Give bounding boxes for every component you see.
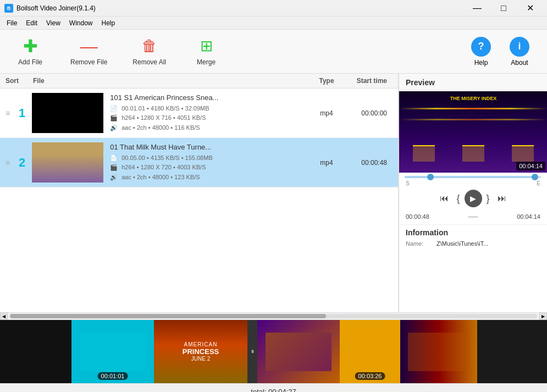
info-row: Name: Z\Music\iTunes\iT... <box>406 240 540 247</box>
doc-icon: 📄 <box>110 154 118 161</box>
scrollbar-area: ◀ ▶ <box>0 312 547 320</box>
about-icon: i <box>510 37 529 57</box>
app-title: Boilsoft Video Joiner(9.1.4) <box>16 4 96 12</box>
light-strip-1 <box>399 108 547 109</box>
file-meta-2a: 📄 00.05.00 • 4135 KB/S • 155.08MB <box>110 153 310 163</box>
minimize-button[interactable]: — <box>465 0 490 16</box>
remove-file-button[interactable]: — Remove File <box>66 35 112 68</box>
col-header-type: Type <box>310 77 343 85</box>
merge-button[interactable]: ⊞ Merge <box>187 35 225 68</box>
timeline-clip-black[interactable] <box>0 320 71 383</box>
thumb-person <box>32 142 103 183</box>
misery-index-text: THE MISERY INDEX <box>450 96 497 101</box>
podium-3 <box>512 145 534 162</box>
menu-file[interactable]: File <box>2 18 21 28</box>
file-list-header: Sort File Type Start time <box>0 74 398 89</box>
merge-icon: ⊞ <box>200 37 213 55</box>
table-row[interactable]: ≡ 2 01 That Milk Must Have Turne... 📄 00… <box>0 138 398 187</box>
menu-edit[interactable]: Edit <box>21 18 42 28</box>
current-time: 00:00:48 <box>406 213 429 220</box>
preview-video[interactable]: THE MISERY INDEX 00:04:14 <box>399 91 547 173</box>
col-header-time: Start time <box>343 77 393 85</box>
help-icon: ? <box>471 37 491 57</box>
file-start-time-1: 00:00:00 <box>343 109 393 117</box>
file-list-area: Sort File Type Start time ≡ 1 101 S1 Ame… <box>0 74 399 312</box>
close-button[interactable]: ✕ <box>517 0 543 16</box>
clip-time-gold: 00:03:26 <box>355 372 385 380</box>
file-name-1: 101 S1 American Princess Snea... <box>110 93 310 102</box>
podium-2 <box>462 145 484 162</box>
scrubber-end-thumb[interactable] <box>532 174 538 180</box>
file-info-1: 101 S1 American Princess Snea... 📄 00.01… <box>110 93 310 133</box>
audio-icon: 🔊 <box>110 124 118 131</box>
scrubber-area[interactable]: S E <box>399 173 547 187</box>
play-button[interactable]: ▶ <box>465 190 482 207</box>
preview-content: THE MISERY INDEX <box>399 91 547 173</box>
clip-time-cyan: 00:01:01 <box>98 372 128 380</box>
menu-help[interactable]: Help <box>97 18 120 28</box>
help-label: Help <box>474 59 488 67</box>
info-name-value: Z\Music\iTunes\iT... <box>437 240 488 247</box>
table-row[interactable]: ≡ 1 101 S1 American Princess Snea... 📄 0… <box>0 89 398 138</box>
time-separator: — <box>468 211 478 222</box>
drag-handle-icon: ≡ <box>5 158 10 167</box>
maximize-button[interactable]: □ <box>491 0 516 16</box>
transport-controls: ⏮ { ▶ } ⏭ <box>399 187 547 209</box>
remove-all-icon: 🗑 <box>142 37 157 55</box>
skip-forward-button[interactable]: ⏭ <box>494 191 510 206</box>
timeline-clip-game2[interactable] <box>400 320 477 383</box>
remove-all-button[interactable]: 🗑 Remove All <box>128 35 170 68</box>
file-meta-2b: 🎬 h264 • 1280 X 720 • 4003 KB/S <box>110 163 310 173</box>
preview-time-overlay: 00:04:14 <box>516 162 545 170</box>
merge-label: Merge <box>197 58 216 66</box>
skip-back-button[interactable]: ⏮ <box>437 191 452 206</box>
menu-window[interactable]: Window <box>65 18 97 28</box>
info-name-label: Name: <box>406 240 433 247</box>
col-header-file: File <box>33 77 310 85</box>
add-file-button[interactable]: ✚ Add File <box>11 35 49 68</box>
timeline-clip-gold[interactable]: 00:03:26 <box>340 320 400 383</box>
remove-file-icon: — <box>80 37 98 55</box>
mark-out-button[interactable]: } <box>487 193 490 205</box>
podium-area <box>399 145 547 162</box>
se-labels: S E <box>405 180 542 186</box>
scrollbar-right-arrow[interactable]: ▶ <box>539 312 547 320</box>
add-file-icon: ✚ <box>23 37 38 55</box>
main-content: Sort File Type Start time ≡ 1 101 S1 Ame… <box>0 74 547 312</box>
scrollbar-thumb[interactable] <box>10 314 326 318</box>
file-type-1: mp4 <box>310 109 343 117</box>
total-label: total: 00:04:27 <box>251 388 296 392</box>
video-icon: 🎬 <box>110 114 118 121</box>
timeline-clip-cyan[interactable]: 00:01:01 <box>71 320 154 383</box>
thumbnail-1 <box>32 93 103 133</box>
info-section: Information Name: Z\Music\iTunes\iT... <box>399 224 547 312</box>
about-label: About <box>511 59 528 67</box>
preview-title: Preview <box>399 74 547 91</box>
scrollbar-left-arrow[interactable]: ◀ <box>0 312 8 320</box>
podium-1 <box>413 145 435 162</box>
file-meta-2c: 🔊 aac • 2ch • 48000 • 123 KB/S <box>110 173 310 183</box>
toolbar-right: ? Help i About <box>465 35 536 69</box>
audio-icon: 🔊 <box>110 174 118 180</box>
timeline-clip-pause: ⏸ <box>247 320 257 383</box>
scrubber-track[interactable] <box>405 176 542 178</box>
timeline-clip-princess[interactable]: AMERICAN PRINCESS JUNE 2 <box>154 320 247 383</box>
app-icon: B <box>4 4 13 13</box>
file-info-2: 01 That Milk Must Have Turne... 📄 00.05.… <box>110 143 310 183</box>
thumbnail-2 <box>32 142 103 183</box>
light-strip-2 <box>399 119 547 120</box>
mark-in-button[interactable]: { <box>456 193 460 205</box>
preview-panel: Preview THE MISERY INDEX 00:04:14 <box>399 74 547 312</box>
timeline-clip-game1[interactable] <box>257 320 340 383</box>
doc-icon: 📄 <box>110 105 118 112</box>
about-button[interactable]: i About <box>503 35 536 69</box>
help-button[interactable]: ? Help <box>465 35 498 69</box>
info-title: Information <box>406 228 540 237</box>
menu-view[interactable]: View <box>42 18 65 28</box>
scrubber-start-thumb[interactable] <box>427 174 434 180</box>
menu-bar: File Edit View Window Help <box>0 16 547 30</box>
col-header-sort: Sort <box>5 77 33 85</box>
scrollbar-track[interactable] <box>10 314 537 318</box>
remove-file-label: Remove File <box>70 58 107 66</box>
file-type-2: mp4 <box>310 159 343 167</box>
